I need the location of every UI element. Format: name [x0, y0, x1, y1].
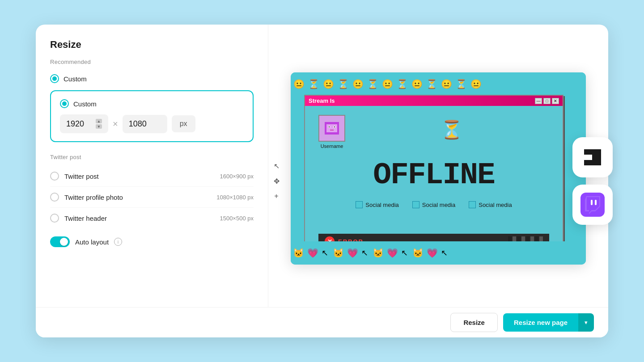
bottom-bar: Resize Resize new page ▾ — [36, 307, 608, 337]
width-stepper[interactable]: ▲ ▼ — [96, 119, 102, 129]
win98-controls: — □ ✕ — [535, 98, 559, 104]
recommended-custom-label: Custom — [64, 75, 87, 83]
twitter-profile-label: Twitter profile photo — [64, 194, 211, 201]
custom-selected-box: Custom 1920 ▲ ▼ × 1080 px — [50, 90, 254, 142]
twitch-logo-svg — [580, 193, 605, 217]
win98-maximize[interactable]: □ — [543, 98, 551, 104]
width-input-wrap: 1920 ▲ ▼ — [60, 114, 108, 133]
twitter-post-option[interactable]: Twitter post 1600×900 px — [50, 166, 254, 187]
offline-text: OFFLINE — [318, 158, 549, 192]
svg-rect-4 — [334, 126, 335, 127]
recommended-custom-radio[interactable] — [50, 74, 59, 83]
social-square-1 — [356, 201, 363, 208]
pixel-face — [325, 122, 339, 135]
svg-rect-8 — [595, 200, 597, 205]
toolbar-hand-btn[interactable]: ✥ — [271, 176, 282, 186]
win98-top-row: Username ⏳ — [318, 115, 549, 149]
svg-rect-3 — [329, 126, 330, 127]
svg-rect-5 — [330, 130, 334, 130]
svg-rect-7 — [591, 200, 593, 205]
pattern-icons-row: 😐 ⏳ 😐 ⏳ 😐 ⏳ 😐 ⏳ 😐 ⏳ 😐 ⏳ 😐 — [291, 77, 484, 91]
canvas-preview: 😐 ⏳ 😐 ⏳ 😐 ⏳ 😐 ⏳ 😐 ⏳ 😐 ⏳ 😐 — [291, 72, 586, 265]
unit-label: px — [172, 115, 195, 132]
resize-dropdown-button[interactable]: ▾ — [578, 313, 594, 332]
resize-button[interactable]: Resize — [450, 313, 498, 332]
height-input[interactable]: 1080 — [129, 119, 156, 129]
custom-inputs-row: 1920 ▲ ▼ × 1080 px — [60, 114, 244, 133]
resize-new-page-button[interactable]: Resize new page — [503, 313, 578, 332]
twitter-header-option[interactable]: Twitter header 1500×500 px — [50, 208, 254, 228]
height-input-wrap: 1080 — [123, 115, 167, 133]
twitter-section: Twitter post Twitter post 1600×900 px Tw… — [50, 154, 254, 228]
social-row: Social media Social media Social media — [318, 201, 549, 208]
twitter-header-size: 1500×500 px — [220, 215, 254, 222]
pixel-face-svg — [326, 123, 338, 133]
twitter-profile-radio[interactable] — [50, 193, 59, 202]
width-input[interactable]: 1920 — [66, 119, 93, 129]
twitter-post-radio[interactable] — [50, 172, 59, 181]
win98-minimize[interactable]: — — [535, 98, 542, 104]
svg-rect-0 — [326, 124, 337, 132]
social-item-1: Social media — [356, 201, 398, 208]
side-icons — [572, 137, 613, 225]
info-icon[interactable]: i — [114, 238, 122, 246]
main-panel: Resize Recommended Custom Custom 1920 ▲ … — [36, 25, 608, 337]
custom-label: Custom — [73, 100, 97, 108]
social-square-3 — [469, 201, 476, 208]
pattern-top: 😐 ⏳ 😐 ⏳ 😐 ⏳ 😐 ⏳ 😐 ⏳ 😐 ⏳ 😐 — [291, 72, 586, 96]
user-icon-area: Username — [318, 115, 345, 149]
hourglass-icon: ⏳ — [441, 119, 463, 140]
hourglass-center: ⏳ — [354, 115, 549, 140]
win98-title: Stream Is — [309, 97, 335, 104]
resize-new-page-group: Resize new page ▾ — [503, 313, 594, 332]
win98-window: Stream Is — □ ✕ — [304, 95, 564, 250]
social-label-1: Social media — [365, 202, 398, 208]
twitter-header-label: Twitter header — [64, 215, 214, 222]
auto-layout-toggle[interactable] — [50, 236, 70, 247]
social-label-3: Social media — [479, 202, 512, 208]
social-label-2: Social media — [422, 202, 455, 208]
twitter-profile-option[interactable]: Twitter profile photo 1080×1080 px — [50, 187, 254, 208]
width-stepper-up[interactable]: ▲ — [96, 119, 102, 123]
width-stepper-down[interactable]: ▼ — [96, 124, 102, 129]
panel-title: Resize — [50, 39, 254, 51]
pattern-bottom: 🐱 💗 ↖ 🐱 💗 ↖ 🐱 💗 ↖ 🐱 💗 ↖ — [291, 241, 586, 265]
twitter-profile-size: 1080×1080 px — [216, 194, 254, 201]
twitter-header-radio[interactable] — [50, 214, 59, 223]
recommended-section-label: Recommended — [50, 59, 254, 65]
username-label: Username — [321, 143, 343, 149]
custom-radio-row[interactable]: Custom — [60, 99, 244, 114]
recommended-custom-option[interactable]: Custom — [50, 71, 254, 87]
dimension-separator: × — [113, 119, 118, 129]
capcut-logo-svg — [580, 147, 605, 167]
social-item-2: Social media — [412, 201, 455, 208]
twitter-post-label: Twitter post — [64, 173, 214, 180]
right-panel: ↖ ✥ + 😐 ⏳ 😐 ⏳ 😐 ⏳ 😐 ⏳ 😐 ⏳ — [268, 25, 608, 337]
user-icon-box — [318, 115, 345, 142]
toolbar-zoom-btn[interactable]: + — [271, 191, 282, 202]
twitter-section-label: Twitter post — [50, 154, 254, 160]
social-item-3: Social media — [469, 201, 512, 208]
win98-body: Username ⏳ OFFLINE Social media — [305, 106, 563, 249]
social-square-2 — [412, 201, 419, 208]
twitter-post-size: 1600×900 px — [220, 173, 254, 180]
twitch-icon-card — [572, 185, 613, 225]
win98-close[interactable]: ✕ — [552, 98, 559, 104]
win98-titlebar: Stream Is — □ ✕ — [305, 96, 563, 106]
canvas-toolbar: ↖ ✥ + — [271, 160, 282, 202]
auto-layout-label: Auto layout — [75, 238, 109, 246]
capcut-icon-card — [572, 137, 613, 177]
custom-radio[interactable] — [60, 99, 69, 108]
toolbar-cursor-btn[interactable]: ↖ — [271, 160, 282, 171]
left-panel: Resize Recommended Custom Custom 1920 ▲ … — [36, 25, 268, 337]
auto-layout-row: Auto layout i — [50, 236, 254, 247]
